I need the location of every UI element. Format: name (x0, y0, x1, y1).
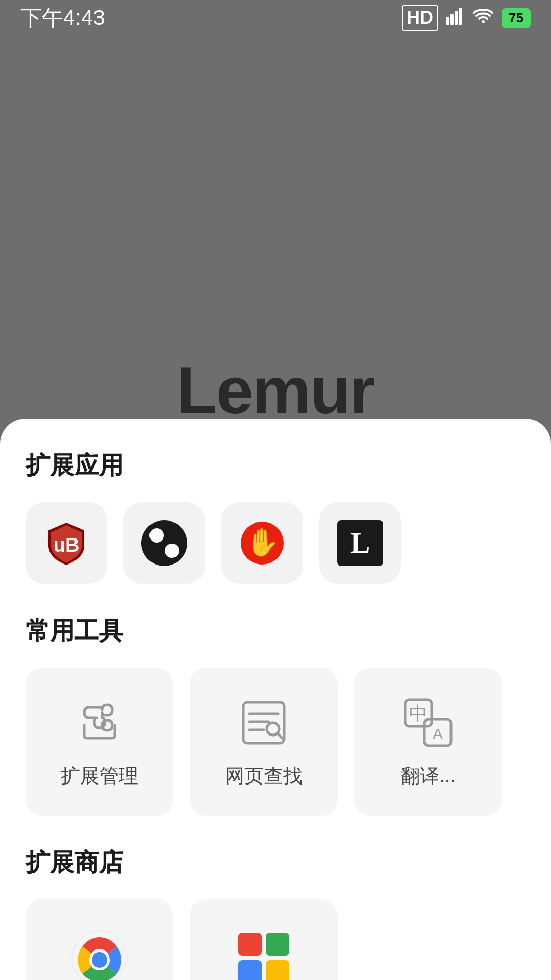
wifi-icon (473, 7, 493, 30)
tools-row: 扩展管理 网页查找 (26, 668, 525, 816)
chrome-icon (71, 930, 128, 981)
status-icons: HD 75 (402, 5, 531, 31)
svg-text:uB: uB (54, 534, 80, 556)
canister-button[interactable] (123, 502, 205, 584)
store-row: Chrome Edge (26, 899, 525, 980)
svg-point-4 (482, 20, 485, 23)
tools-title: 常用工具 (26, 615, 525, 647)
ext-manage-label: 扩展管理 (61, 763, 138, 789)
hd-badge: HD (402, 5, 438, 31)
page-find-icon (236, 695, 292, 751)
extensions-title: 扩展应用 (26, 449, 525, 482)
tools-section: 常用工具 扩展管理 (26, 615, 525, 816)
bottom-sheet: 扩展应用 uB ✋ (0, 419, 551, 980)
svg-rect-3 (459, 8, 462, 25)
ext-manage-card[interactable]: 扩展管理 (26, 668, 173, 816)
ublock-button[interactable]: uB (26, 502, 107, 584)
listly-button[interactable]: L (319, 502, 401, 584)
translate-icon: 中 A (400, 695, 456, 751)
translate-label: 翻译... (400, 763, 456, 789)
listly-icon: L (337, 520, 383, 566)
extensions-section: 扩展应用 uB ✋ (26, 449, 525, 584)
background-area: Lemur (0, 0, 551, 459)
ext-manage-icon (71, 695, 128, 751)
page-find-card[interactable]: 网页查找 (190, 668, 338, 816)
edge-icon (238, 933, 289, 981)
status-time: 下午4:43 (20, 4, 105, 32)
translate-card[interactable]: 中 A 翻译... (354, 668, 502, 816)
extensions-row: uB ✋ L (26, 502, 525, 584)
store-title: 扩展商店 (26, 846, 525, 879)
svg-point-24 (92, 952, 107, 968)
svg-text:A: A (433, 725, 443, 742)
signal-icon (446, 7, 465, 30)
svg-text:✋: ✋ (245, 526, 280, 559)
battery-indicator: 75 (502, 8, 531, 28)
stophand-button[interactable]: ✋ (221, 502, 303, 584)
svg-line-13 (278, 733, 283, 739)
chrome-store-card[interactable]: Chrome (26, 899, 173, 980)
svg-rect-0 (446, 17, 449, 25)
svg-rect-2 (455, 11, 458, 25)
edge-store-card[interactable]: Edge (190, 899, 338, 980)
page-find-label: 网页查找 (225, 763, 303, 789)
svg-rect-1 (450, 14, 454, 25)
store-section: 扩展商店 (26, 846, 525, 980)
status-bar: 下午4:43 HD 75 (0, 0, 551, 36)
app-title: Lemur (177, 352, 374, 429)
